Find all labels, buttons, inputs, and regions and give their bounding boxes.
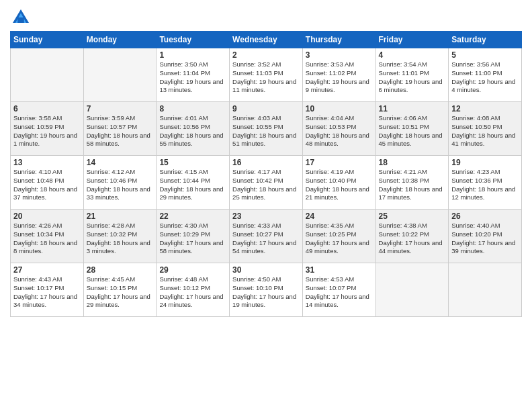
day-number: 2 [232, 50, 300, 60]
calendar-cell: 8Sunrise: 4:01 AM Sunset: 10:56 PM Dayli… [157, 102, 230, 156]
calendar-cell: 6Sunrise: 3:58 AM Sunset: 10:59 PM Dayli… [11, 102, 84, 156]
day-info: Sunrise: 4:01 AM Sunset: 10:56 PM Daylig… [159, 114, 226, 148]
day-info: Sunrise: 4:23 AM Sunset: 10:36 PM Daylig… [451, 168, 519, 202]
day-info: Sunrise: 4:12 AM Sunset: 10:46 PM Daylig… [87, 168, 154, 202]
calendar-cell: 18Sunrise: 4:21 AM Sunset: 10:38 PM Dayl… [375, 156, 449, 210]
day-info: Sunrise: 4:50 AM Sunset: 10:10 PM Daylig… [232, 275, 300, 310]
day-number: 29 [159, 265, 226, 275]
day-number: 21 [87, 212, 154, 221]
day-info: Sunrise: 3:52 AM Sunset: 11:03 PM Daylig… [232, 60, 300, 95]
day-info: Sunrise: 3:56 AM Sunset: 11:00 PM Daylig… [451, 60, 519, 95]
day-info: Sunrise: 4:04 AM Sunset: 10:53 PM Daylig… [306, 114, 373, 148]
calendar-cell: 21Sunrise: 4:28 AM Sunset: 10:32 PM Dayl… [83, 210, 157, 263]
day-info: Sunrise: 4:19 AM Sunset: 10:40 PM Daylig… [306, 168, 373, 202]
calendar-cell: 10Sunrise: 4:04 AM Sunset: 10:53 PM Dayl… [302, 102, 375, 156]
calendar-cell: 19Sunrise: 4:23 AM Sunset: 10:36 PM Dayl… [449, 156, 522, 210]
calendar-week-row: 20Sunrise: 4:26 AM Sunset: 10:34 PM Dayl… [11, 210, 522, 263]
day-info: Sunrise: 4:30 AM Sunset: 10:29 PM Daylig… [159, 222, 226, 256]
calendar-cell: 20Sunrise: 4:26 AM Sunset: 10:34 PM Dayl… [11, 210, 84, 263]
header-sunday: Sunday [11, 32, 84, 48]
day-number: 22 [159, 212, 226, 221]
day-number: 8 [159, 104, 226, 113]
day-info: Sunrise: 4:40 AM Sunset: 10:20 PM Daylig… [451, 222, 519, 256]
calendar-cell: 26Sunrise: 4:40 AM Sunset: 10:20 PM Dayl… [449, 210, 522, 263]
day-number: 7 [87, 104, 154, 113]
calendar-week-row: 13Sunrise: 4:10 AM Sunset: 10:48 PM Dayl… [11, 156, 522, 210]
calendar-cell: 3Sunrise: 3:53 AM Sunset: 11:02 PM Dayli… [302, 48, 375, 102]
day-number: 25 [379, 212, 446, 221]
day-number: 14 [87, 158, 154, 167]
calendar-cell: 16Sunrise: 4:17 AM Sunset: 10:42 PM Dayl… [230, 156, 303, 210]
day-number: 1 [159, 50, 226, 60]
day-info: Sunrise: 4:08 AM Sunset: 10:50 PM Daylig… [451, 114, 519, 148]
day-number: 3 [306, 50, 373, 60]
calendar: SundayMondayTuesdayWednesdayThursdayFrid… [10, 31, 522, 317]
day-info: Sunrise: 4:45 AM Sunset: 10:15 PM Daylig… [87, 275, 154, 310]
day-number: 6 [13, 104, 81, 113]
calendar-cell: 1Sunrise: 3:50 AM Sunset: 11:04 PM Dayli… [157, 48, 230, 102]
calendar-cell: 4Sunrise: 3:54 AM Sunset: 11:01 PM Dayli… [375, 48, 449, 102]
calendar-cell [11, 48, 84, 102]
day-number: 5 [451, 50, 519, 60]
day-info: Sunrise: 4:53 AM Sunset: 10:07 PM Daylig… [306, 275, 373, 310]
day-info: Sunrise: 4:06 AM Sunset: 10:51 PM Daylig… [379, 114, 446, 148]
header-wednesday: Wednesday [230, 32, 303, 48]
calendar-cell [449, 263, 522, 317]
calendar-cell: 2Sunrise: 3:52 AM Sunset: 11:03 PM Dayli… [230, 48, 303, 102]
calendar-cell: 13Sunrise: 4:10 AM Sunset: 10:48 PM Dayl… [11, 156, 84, 210]
calendar-cell: 7Sunrise: 3:59 AM Sunset: 10:57 PM Dayli… [83, 102, 157, 156]
day-number: 10 [306, 104, 373, 113]
calendar-cell: 11Sunrise: 4:06 AM Sunset: 10:51 PM Dayl… [375, 102, 449, 156]
calendar-week-row: 27Sunrise: 4:43 AM Sunset: 10:17 PM Dayl… [11, 263, 522, 317]
day-number: 19 [451, 158, 519, 167]
day-number: 12 [451, 104, 519, 113]
day-number: 18 [379, 158, 446, 167]
day-number: 28 [87, 265, 154, 275]
day-info: Sunrise: 4:33 AM Sunset: 10:27 PM Daylig… [232, 222, 300, 256]
calendar-cell: 25Sunrise: 4:38 AM Sunset: 10:22 PM Dayl… [375, 210, 449, 263]
day-info: Sunrise: 4:15 AM Sunset: 10:44 PM Daylig… [159, 168, 226, 202]
calendar-cell: 9Sunrise: 4:03 AM Sunset: 10:55 PM Dayli… [230, 102, 303, 156]
calendar-week-row: 1Sunrise: 3:50 AM Sunset: 11:04 PM Dayli… [11, 48, 522, 102]
day-info: Sunrise: 4:10 AM Sunset: 10:48 PM Daylig… [13, 168, 81, 202]
header-saturday: Saturday [449, 32, 522, 48]
day-number: 27 [13, 265, 81, 275]
day-info: Sunrise: 4:26 AM Sunset: 10:34 PM Daylig… [13, 222, 81, 256]
calendar-cell: 30Sunrise: 4:50 AM Sunset: 10:10 PM Dayl… [230, 263, 303, 317]
day-number: 26 [451, 212, 519, 221]
day-number: 13 [13, 158, 81, 167]
calendar-cell: 17Sunrise: 4:19 AM Sunset: 10:40 PM Dayl… [302, 156, 375, 210]
day-number: 23 [232, 212, 300, 221]
day-number: 17 [306, 158, 373, 167]
day-number: 30 [232, 265, 300, 275]
calendar-cell: 23Sunrise: 4:33 AM Sunset: 10:27 PM Dayl… [230, 210, 303, 263]
calendar-cell: 29Sunrise: 4:48 AM Sunset: 10:12 PM Dayl… [157, 263, 230, 317]
calendar-cell [375, 263, 449, 317]
calendar-cell: 24Sunrise: 4:35 AM Sunset: 10:25 PM Dayl… [302, 210, 375, 263]
day-info: Sunrise: 3:50 AM Sunset: 11:04 PM Daylig… [159, 60, 226, 95]
calendar-header-row: SundayMondayTuesdayWednesdayThursdayFrid… [11, 32, 522, 48]
header-thursday: Thursday [302, 32, 375, 48]
day-number: 11 [379, 104, 446, 113]
day-info: Sunrise: 4:38 AM Sunset: 10:22 PM Daylig… [379, 222, 446, 256]
day-info: Sunrise: 4:21 AM Sunset: 10:38 PM Daylig… [379, 168, 446, 202]
logo-icon [10, 7, 32, 28]
header-monday: Monday [83, 32, 157, 48]
calendar-cell: 28Sunrise: 4:45 AM Sunset: 10:15 PM Dayl… [83, 263, 157, 317]
day-number: 20 [13, 212, 81, 221]
day-info: Sunrise: 3:59 AM Sunset: 10:57 PM Daylig… [87, 114, 154, 148]
header-friday: Friday [375, 32, 449, 48]
day-info: Sunrise: 3:53 AM Sunset: 11:02 PM Daylig… [306, 60, 373, 95]
day-info: Sunrise: 4:43 AM Sunset: 10:17 PM Daylig… [13, 275, 81, 310]
day-info: Sunrise: 4:48 AM Sunset: 10:12 PM Daylig… [159, 275, 226, 310]
day-info: Sunrise: 4:28 AM Sunset: 10:32 PM Daylig… [87, 222, 154, 256]
day-number: 4 [379, 50, 446, 60]
calendar-cell: 14Sunrise: 4:12 AM Sunset: 10:46 PM Dayl… [83, 156, 157, 210]
day-number: 15 [159, 158, 226, 167]
calendar-cell: 27Sunrise: 4:43 AM Sunset: 10:17 PM Dayl… [11, 263, 84, 317]
calendar-cell: 5Sunrise: 3:56 AM Sunset: 11:00 PM Dayli… [449, 48, 522, 102]
day-info: Sunrise: 4:35 AM Sunset: 10:25 PM Daylig… [306, 222, 373, 256]
calendar-week-row: 6Sunrise: 3:58 AM Sunset: 10:59 PM Dayli… [11, 102, 522, 156]
calendar-cell: 22Sunrise: 4:30 AM Sunset: 10:29 PM Dayl… [157, 210, 230, 263]
page: SundayMondayTuesdayWednesdayThursdayFrid… [0, 0, 532, 411]
